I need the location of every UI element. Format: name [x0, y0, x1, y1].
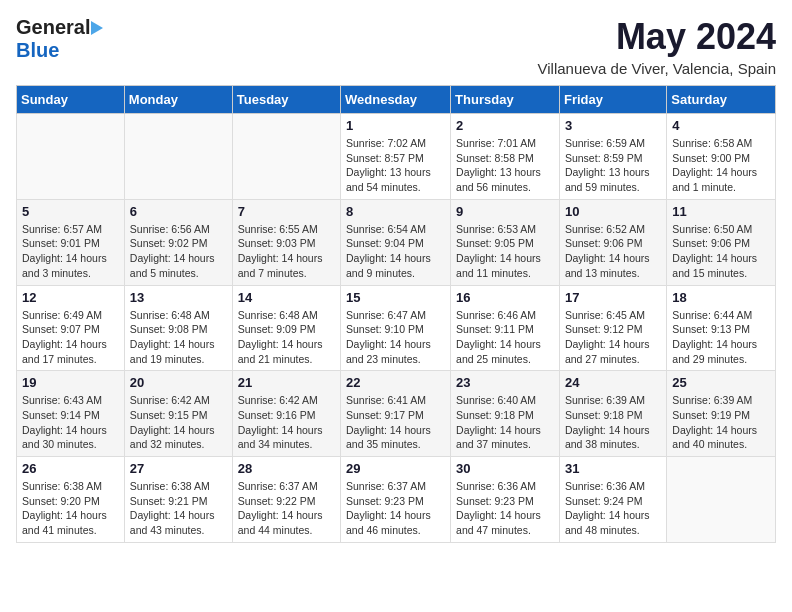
page-header: General Blue May 2024 Villanueva de Vive…: [16, 16, 776, 77]
day-number: 19: [22, 375, 119, 390]
day-info: Sunrise: 6:50 AMSunset: 9:06 PMDaylight:…: [672, 222, 770, 281]
day-number: 7: [238, 204, 335, 219]
calendar-cell: 17Sunrise: 6:45 AMSunset: 9:12 PMDayligh…: [559, 285, 666, 371]
day-number: 1: [346, 118, 445, 133]
day-number: 28: [238, 461, 335, 476]
day-info: Sunrise: 6:58 AMSunset: 9:00 PMDaylight:…: [672, 136, 770, 195]
day-info: Sunrise: 6:48 AMSunset: 9:09 PMDaylight:…: [238, 308, 335, 367]
calendar-cell: 1Sunrise: 7:02 AMSunset: 8:57 PMDaylight…: [341, 114, 451, 200]
calendar-cell: 7Sunrise: 6:55 AMSunset: 9:03 PMDaylight…: [232, 199, 340, 285]
day-info: Sunrise: 6:37 AMSunset: 9:22 PMDaylight:…: [238, 479, 335, 538]
calendar-cell: [667, 457, 776, 543]
col-header-sunday: Sunday: [17, 86, 125, 114]
day-number: 22: [346, 375, 445, 390]
day-info: Sunrise: 6:45 AMSunset: 9:12 PMDaylight:…: [565, 308, 661, 367]
day-number: 2: [456, 118, 554, 133]
calendar-cell: 19Sunrise: 6:43 AMSunset: 9:14 PMDayligh…: [17, 371, 125, 457]
calendar-cell: 5Sunrise: 6:57 AMSunset: 9:01 PMDaylight…: [17, 199, 125, 285]
day-number: 30: [456, 461, 554, 476]
calendar-cell: 21Sunrise: 6:42 AMSunset: 9:16 PMDayligh…: [232, 371, 340, 457]
day-number: 11: [672, 204, 770, 219]
calendar-cell: 8Sunrise: 6:54 AMSunset: 9:04 PMDaylight…: [341, 199, 451, 285]
calendar-cell: 24Sunrise: 6:39 AMSunset: 9:18 PMDayligh…: [559, 371, 666, 457]
day-number: 3: [565, 118, 661, 133]
day-number: 25: [672, 375, 770, 390]
day-info: Sunrise: 6:44 AMSunset: 9:13 PMDaylight:…: [672, 308, 770, 367]
day-number: 27: [130, 461, 227, 476]
day-number: 12: [22, 290, 119, 305]
day-info: Sunrise: 6:43 AMSunset: 9:14 PMDaylight:…: [22, 393, 119, 452]
calendar-week-row: 19Sunrise: 6:43 AMSunset: 9:14 PMDayligh…: [17, 371, 776, 457]
day-info: Sunrise: 6:42 AMSunset: 9:16 PMDaylight:…: [238, 393, 335, 452]
day-number: 8: [346, 204, 445, 219]
calendar-cell: [232, 114, 340, 200]
day-info: Sunrise: 6:36 AMSunset: 9:23 PMDaylight:…: [456, 479, 554, 538]
calendar-cell: 23Sunrise: 6:40 AMSunset: 9:18 PMDayligh…: [451, 371, 560, 457]
day-number: 17: [565, 290, 661, 305]
calendar-cell: 9Sunrise: 6:53 AMSunset: 9:05 PMDaylight…: [451, 199, 560, 285]
main-title: May 2024: [538, 16, 777, 58]
calendar-cell: 2Sunrise: 7:01 AMSunset: 8:58 PMDaylight…: [451, 114, 560, 200]
day-info: Sunrise: 6:42 AMSunset: 9:15 PMDaylight:…: [130, 393, 227, 452]
calendar-cell: 25Sunrise: 6:39 AMSunset: 9:19 PMDayligh…: [667, 371, 776, 457]
day-number: 29: [346, 461, 445, 476]
calendar-cell: 29Sunrise: 6:37 AMSunset: 9:23 PMDayligh…: [341, 457, 451, 543]
subtitle: Villanueva de Viver, Valencia, Spain: [538, 60, 777, 77]
day-info: Sunrise: 7:02 AMSunset: 8:57 PMDaylight:…: [346, 136, 445, 195]
day-info: Sunrise: 6:56 AMSunset: 9:02 PMDaylight:…: [130, 222, 227, 281]
day-number: 15: [346, 290, 445, 305]
day-info: Sunrise: 6:41 AMSunset: 9:17 PMDaylight:…: [346, 393, 445, 452]
calendar-cell: 30Sunrise: 6:36 AMSunset: 9:23 PMDayligh…: [451, 457, 560, 543]
day-number: 26: [22, 461, 119, 476]
day-info: Sunrise: 6:36 AMSunset: 9:24 PMDaylight:…: [565, 479, 661, 538]
calendar-cell: 20Sunrise: 6:42 AMSunset: 9:15 PMDayligh…: [124, 371, 232, 457]
day-info: Sunrise: 6:48 AMSunset: 9:08 PMDaylight:…: [130, 308, 227, 367]
day-number: 6: [130, 204, 227, 219]
calendar-cell: 16Sunrise: 6:46 AMSunset: 9:11 PMDayligh…: [451, 285, 560, 371]
logo-blue-text: Blue: [16, 39, 59, 61]
title-block: May 2024 Villanueva de Viver, Valencia, …: [538, 16, 777, 77]
day-number: 24: [565, 375, 661, 390]
calendar-cell: 22Sunrise: 6:41 AMSunset: 9:17 PMDayligh…: [341, 371, 451, 457]
calendar-week-row: 5Sunrise: 6:57 AMSunset: 9:01 PMDaylight…: [17, 199, 776, 285]
day-info: Sunrise: 6:59 AMSunset: 8:59 PMDaylight:…: [565, 136, 661, 195]
day-info: Sunrise: 6:38 AMSunset: 9:21 PMDaylight:…: [130, 479, 227, 538]
logo-arrow-icon: [91, 21, 103, 35]
day-number: 10: [565, 204, 661, 219]
day-number: 18: [672, 290, 770, 305]
calendar-cell: 3Sunrise: 6:59 AMSunset: 8:59 PMDaylight…: [559, 114, 666, 200]
col-header-saturday: Saturday: [667, 86, 776, 114]
day-info: Sunrise: 7:01 AMSunset: 8:58 PMDaylight:…: [456, 136, 554, 195]
calendar-cell: 15Sunrise: 6:47 AMSunset: 9:10 PMDayligh…: [341, 285, 451, 371]
calendar-cell: 12Sunrise: 6:49 AMSunset: 9:07 PMDayligh…: [17, 285, 125, 371]
calendar-week-row: 26Sunrise: 6:38 AMSunset: 9:20 PMDayligh…: [17, 457, 776, 543]
calendar-week-row: 12Sunrise: 6:49 AMSunset: 9:07 PMDayligh…: [17, 285, 776, 371]
calendar-header-row: SundayMondayTuesdayWednesdayThursdayFrid…: [17, 86, 776, 114]
day-info: Sunrise: 6:39 AMSunset: 9:19 PMDaylight:…: [672, 393, 770, 452]
calendar-cell: 11Sunrise: 6:50 AMSunset: 9:06 PMDayligh…: [667, 199, 776, 285]
day-info: Sunrise: 6:57 AMSunset: 9:01 PMDaylight:…: [22, 222, 119, 281]
calendar-cell: 14Sunrise: 6:48 AMSunset: 9:09 PMDayligh…: [232, 285, 340, 371]
day-info: Sunrise: 6:52 AMSunset: 9:06 PMDaylight:…: [565, 222, 661, 281]
day-number: 21: [238, 375, 335, 390]
calendar-cell: 27Sunrise: 6:38 AMSunset: 9:21 PMDayligh…: [124, 457, 232, 543]
day-info: Sunrise: 6:39 AMSunset: 9:18 PMDaylight:…: [565, 393, 661, 452]
day-info: Sunrise: 6:38 AMSunset: 9:20 PMDaylight:…: [22, 479, 119, 538]
calendar-cell: 31Sunrise: 6:36 AMSunset: 9:24 PMDayligh…: [559, 457, 666, 543]
col-header-monday: Monday: [124, 86, 232, 114]
calendar-week-row: 1Sunrise: 7:02 AMSunset: 8:57 PMDaylight…: [17, 114, 776, 200]
day-number: 5: [22, 204, 119, 219]
day-number: 20: [130, 375, 227, 390]
day-info: Sunrise: 6:37 AMSunset: 9:23 PMDaylight:…: [346, 479, 445, 538]
day-number: 31: [565, 461, 661, 476]
calendar-cell: 6Sunrise: 6:56 AMSunset: 9:02 PMDaylight…: [124, 199, 232, 285]
day-info: Sunrise: 6:54 AMSunset: 9:04 PMDaylight:…: [346, 222, 445, 281]
day-number: 4: [672, 118, 770, 133]
calendar-cell: 4Sunrise: 6:58 AMSunset: 9:00 PMDaylight…: [667, 114, 776, 200]
day-info: Sunrise: 6:53 AMSunset: 9:05 PMDaylight:…: [456, 222, 554, 281]
day-info: Sunrise: 6:49 AMSunset: 9:07 PMDaylight:…: [22, 308, 119, 367]
col-header-tuesday: Tuesday: [232, 86, 340, 114]
day-info: Sunrise: 6:46 AMSunset: 9:11 PMDaylight:…: [456, 308, 554, 367]
calendar-cell: 28Sunrise: 6:37 AMSunset: 9:22 PMDayligh…: [232, 457, 340, 543]
day-info: Sunrise: 6:47 AMSunset: 9:10 PMDaylight:…: [346, 308, 445, 367]
